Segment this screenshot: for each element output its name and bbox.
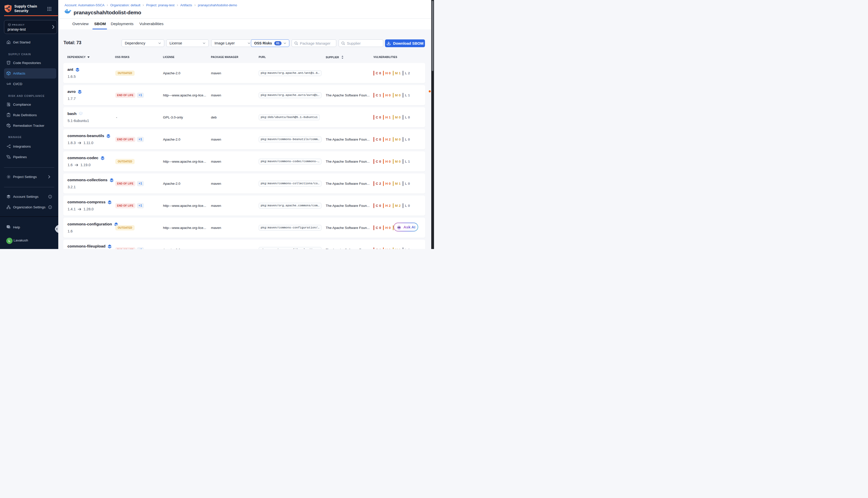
svg-text:?: ? (8, 225, 9, 228)
